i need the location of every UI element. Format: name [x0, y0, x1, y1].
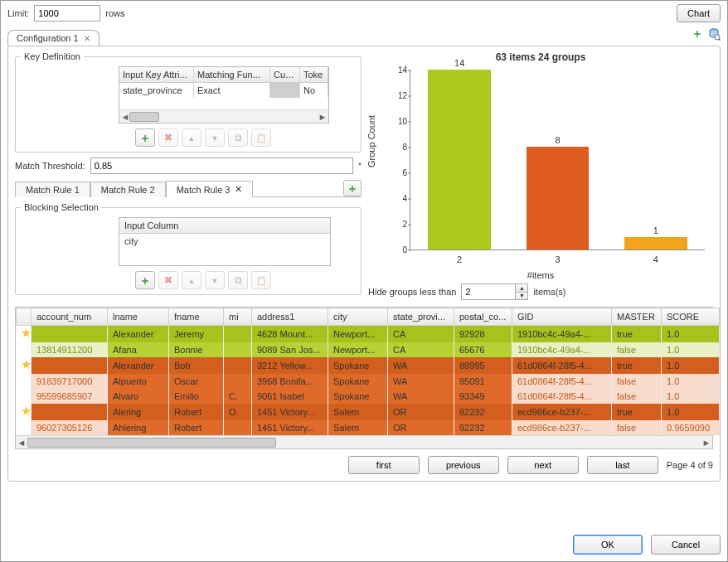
- bar: 8: [527, 147, 590, 250]
- y-tick: 6: [386, 168, 407, 177]
- x-axis-label: #items: [527, 270, 554, 280]
- tab-match-rule-1[interactable]: Match Rule 1: [15, 182, 90, 197]
- add-key-button[interactable]: ＋: [135, 128, 155, 147]
- key-definition-table[interactable]: Input Key Attri... Matching Fun... Cus..…: [119, 66, 329, 124]
- column-header[interactable]: state_provi...: [388, 308, 454, 326]
- hide-groups-label: Hide groups less than: [368, 287, 456, 297]
- column-header[interactable]: mi: [224, 308, 252, 326]
- scroll-right-icon[interactable]: ►: [317, 111, 328, 123]
- spinner-up-icon[interactable]: ▲: [516, 284, 527, 293]
- col-input-column[interactable]: Input Column: [119, 218, 330, 234]
- page-info: Page 4 of 9: [667, 460, 713, 470]
- tab-match-rule-3[interactable]: Match Rule 3 ✕: [166, 181, 254, 197]
- cancel-button[interactable]: Cancel: [651, 535, 721, 555]
- chart-button[interactable]: Chart: [677, 4, 721, 22]
- tab-label: Configuration 1: [17, 33, 79, 43]
- table-row[interactable]: AlexanderJeremy4628 Mount...Newport...CA…: [17, 326, 720, 343]
- limit-label: Limit:: [7, 8, 29, 18]
- y-tick: 10: [386, 117, 407, 126]
- delete-key-button: ✖: [158, 128, 178, 147]
- blocking-list[interactable]: Input Column city: [119, 217, 331, 266]
- move-down-button: [205, 128, 225, 147]
- y-tick: 8: [386, 143, 407, 152]
- move-down-button: [205, 271, 225, 289]
- column-header[interactable]: postal_co...: [454, 308, 512, 326]
- ok-button[interactable]: OK: [573, 535, 643, 555]
- y-tick: 2: [386, 220, 407, 229]
- copy-button: [228, 128, 248, 147]
- y-axis-label: Group Count: [366, 115, 376, 167]
- paste-button: [251, 128, 271, 147]
- x-tick: 3: [527, 254, 590, 264]
- add-rule-button[interactable]: ＋: [343, 180, 362, 196]
- last-button[interactable]: last: [587, 456, 658, 474]
- hide-groups-spinner[interactable]: ▲ ▼: [461, 283, 528, 300]
- column-header[interactable]: account_num: [32, 308, 108, 326]
- move-up-button: [182, 271, 201, 289]
- tab-configuration-1[interactable]: Configuration 1 ✕: [7, 30, 99, 46]
- bar: 14: [428, 70, 491, 250]
- table-row[interactable]: 91839717000AlpuertoOscar3968 Bonifa...Sp…: [17, 374, 720, 389]
- scroll-thumb[interactable]: [27, 438, 276, 448]
- hide-groups-input[interactable]: [462, 284, 515, 299]
- tab-match-rule-2[interactable]: Match Rule 2: [90, 182, 166, 197]
- list-item[interactable]: city: [119, 234, 330, 249]
- master-star-icon: [22, 328, 32, 338]
- column-header[interactable]: GID: [512, 308, 612, 326]
- close-icon[interactable]: ✕: [84, 34, 90, 43]
- table-row[interactable]: AleringRobertO.1451 Victory...SalemOR922…: [17, 404, 720, 420]
- table-row[interactable]: AlexanderBob3212 Yellow...SpokaneWA88995…: [17, 357, 720, 374]
- col-custom[interactable]: Cus...: [270, 67, 300, 82]
- spinner-down-icon[interactable]: ▼: [516, 293, 527, 300]
- rows-label: rows: [105, 8, 124, 18]
- bar-chart: Group Count 024681012141428314 #items: [371, 65, 710, 280]
- col-toke[interactable]: Toke: [300, 67, 328, 82]
- bar-value: 14: [428, 58, 491, 68]
- scroll-right-icon[interactable]: ►: [701, 436, 712, 449]
- required-indicator: *: [358, 161, 362, 171]
- chart-title: 63 items 24 groups: [371, 51, 710, 63]
- column-header[interactable]: SCORE: [662, 308, 720, 326]
- table-row[interactable]: 13814911200AfanaBonnie9089 San Jos...New…: [17, 342, 720, 357]
- match-threshold-label: Match Threshold:: [15, 161, 85, 171]
- column-header[interactable]: lname: [108, 308, 169, 326]
- close-icon[interactable]: ✕: [235, 184, 242, 195]
- table-row[interactable]: state_province Exact No: [119, 83, 328, 98]
- copy-button: [228, 271, 248, 289]
- match-analysis-icon[interactable]: [707, 27, 721, 41]
- column-header[interactable]: fname: [169, 308, 224, 326]
- svg-line-2: [719, 39, 721, 41]
- table-row[interactable]: 96027305126AhleringRobert1451 Victory...…: [17, 420, 720, 435]
- limit-input[interactable]: [34, 5, 100, 22]
- col-matching-fn[interactable]: Matching Fun...: [194, 67, 270, 82]
- master-star-icon: [22, 360, 32, 370]
- previous-button[interactable]: previous: [428, 456, 499, 474]
- column-header[interactable]: city: [328, 308, 388, 326]
- delete-blocking-button: ✖: [158, 271, 178, 289]
- y-tick: 12: [386, 91, 407, 100]
- y-tick: 0: [386, 245, 407, 254]
- blocking-selection-legend: Blocking Selection: [21, 202, 102, 212]
- add-configuration-icon[interactable]: ＋: [691, 27, 704, 41]
- hide-groups-suffix: items(s): [533, 287, 565, 297]
- results-grid[interactable]: account_numlnamefnamemiaddress1citystate…: [15, 307, 713, 449]
- match-threshold-input[interactable]: [90, 157, 353, 174]
- grid-h-scrollbar[interactable]: ◄ ►: [16, 435, 712, 448]
- next-button[interactable]: next: [507, 456, 579, 474]
- scroll-left-icon[interactable]: ◄: [16, 436, 27, 449]
- table-row[interactable]: 95599685907AlvaroEmilioC.9061 IsabelSpok…: [17, 389, 720, 404]
- column-header[interactable]: MASTER: [612, 308, 662, 326]
- add-blocking-button[interactable]: ＋: [135, 271, 155, 289]
- x-tick: 4: [624, 254, 687, 264]
- y-tick: 14: [386, 65, 407, 75]
- master-star-icon: [22, 406, 32, 416]
- bar: 1: [624, 237, 687, 250]
- x-tick: 2: [428, 254, 491, 264]
- h-scrollbar[interactable]: ◄ ►: [119, 109, 328, 123]
- scroll-thumb[interactable]: [129, 112, 159, 122]
- move-up-button: [182, 128, 201, 147]
- col-input-key[interactable]: Input Key Attri...: [119, 67, 194, 82]
- paste-button: [251, 271, 271, 289]
- column-header[interactable]: address1: [252, 308, 328, 326]
- first-button[interactable]: first: [348, 456, 420, 474]
